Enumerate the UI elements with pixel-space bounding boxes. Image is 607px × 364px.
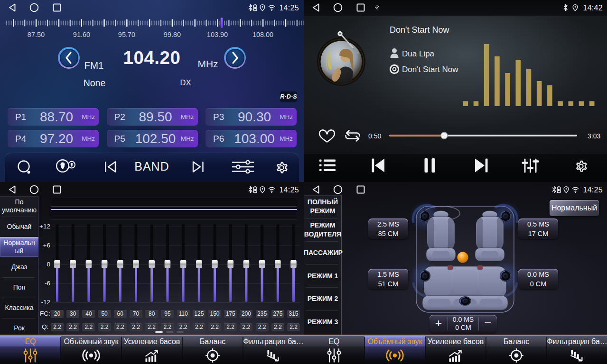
svg-text:BAND: BAND xyxy=(134,160,169,173)
svg-text:14:25: 14:25 xyxy=(279,4,299,12)
svg-text:3:03: 3:03 xyxy=(588,132,600,140)
svg-text:0:50: 0:50 xyxy=(368,132,381,140)
svg-text:14:25: 14:25 xyxy=(583,186,603,194)
